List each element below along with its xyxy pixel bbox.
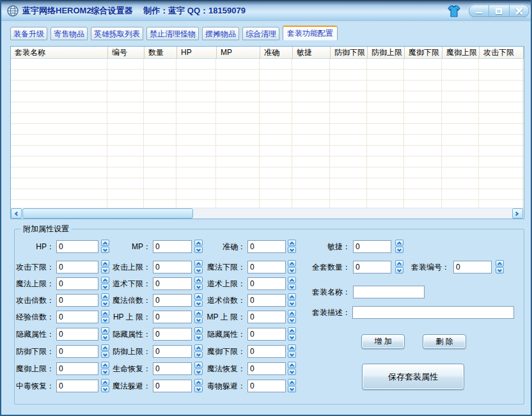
spin-down-button[interactable]: [288, 284, 296, 290]
column-header[interactable]: 防御上限: [368, 47, 405, 59]
save-set-attributes-button[interactable]: 保存套装属性: [362, 364, 464, 390]
spin-down-button[interactable]: [194, 317, 203, 323]
titlebar[interactable]: 蓝宇网络HEROM2综合设置器 制作：蓝宇 QQ：18159079: [1, 0, 531, 21]
attr-field-20-input[interactable]: [247, 345, 286, 358]
spin-down-button[interactable]: [101, 386, 109, 392]
column-header[interactable]: 准确: [260, 47, 293, 59]
spin-up-button[interactable]: [288, 240, 296, 246]
spin-down-button[interactable]: [288, 386, 296, 392]
spin-down-button[interactable]: [101, 334, 109, 341]
set-quantity-field-input[interactable]: [353, 261, 391, 273]
spin-up-button[interactable]: [101, 379, 109, 385]
spin-down-button[interactable]: [194, 267, 203, 273]
spin-down-button[interactable]: [101, 369, 109, 375]
spin-down-button[interactable]: [101, 300, 109, 307]
tab-general-cleanup[interactable]: 综合清理: [242, 27, 279, 40]
spin-down-button[interactable]: [194, 369, 203, 375]
spin-up-button[interactable]: [194, 379, 203, 385]
spin-down-button[interactable]: [288, 351, 296, 358]
column-header[interactable]: 编号: [108, 47, 145, 59]
column-header[interactable]: 防御下限: [331, 47, 368, 59]
scroll-right-button[interactable]: [512, 208, 523, 219]
spin-up-button[interactable]: [288, 362, 296, 368]
spin-down-button[interactable]: [101, 351, 109, 358]
spin-up-button[interactable]: [194, 344, 203, 351]
spin-down-button[interactable]: [288, 247, 296, 253]
attr-field-15-input[interactable]: [56, 328, 98, 341]
spin-up-button[interactable]: [101, 310, 109, 316]
spin-down-button[interactable]: [194, 300, 203, 307]
attr-field-22-input[interactable]: [153, 362, 192, 375]
spin-down-button[interactable]: [395, 247, 403, 253]
shirt-icon[interactable]: [446, 4, 462, 18]
spin-down-button[interactable]: [288, 300, 296, 307]
maximize-button[interactable]: [489, 5, 508, 17]
spin-up-button[interactable]: [288, 379, 296, 385]
spin-up-button[interactable]: [101, 277, 109, 283]
attr-field-9-input[interactable]: [56, 294, 98, 307]
attr-field-25-input[interactable]: [153, 380, 192, 392]
column-header[interactable]: 攻击下限: [480, 47, 524, 59]
attr-field-13-input[interactable]: [153, 311, 192, 323]
attr-field-2-input[interactable]: [247, 240, 286, 253]
attr-field-5-input[interactable]: [247, 261, 286, 273]
set-desc-input[interactable]: [352, 306, 514, 319]
agility-field-input[interactable]: [353, 240, 391, 253]
spin-down-button[interactable]: [288, 267, 296, 273]
spin-up-button[interactable]: [194, 293, 203, 300]
add-button[interactable]: 增 加: [361, 334, 405, 349]
column-header[interactable]: HP: [177, 47, 217, 59]
scroll-left-button[interactable]: [11, 208, 22, 219]
spin-down-button[interactable]: [101, 247, 109, 253]
attr-field-10-input[interactable]: [153, 294, 192, 307]
column-header[interactable]: 数量: [145, 47, 177, 59]
spin-down-button[interactable]: [288, 369, 296, 375]
spin-up-button[interactable]: [395, 240, 403, 246]
spin-up-button[interactable]: [194, 277, 203, 283]
attr-field-17-input[interactable]: [247, 328, 286, 341]
tab-stall-items[interactable]: 摆摊物品: [202, 27, 239, 40]
set-name-input[interactable]: [353, 286, 425, 298]
spin-up-button[interactable]: [194, 260, 203, 266]
spin-up-button[interactable]: [101, 293, 109, 300]
tab-equipment-upgrade[interactable]: 装备升级: [10, 27, 47, 40]
attr-field-21-input[interactable]: [56, 362, 98, 375]
spin-up-button[interactable]: [496, 260, 504, 266]
delete-button[interactable]: 删 除: [423, 334, 466, 349]
spin-down-button[interactable]: [101, 317, 109, 323]
attr-field-3-input[interactable]: [56, 261, 98, 273]
spin-down-button[interactable]: [101, 267, 109, 273]
attr-field-24-input[interactable]: [56, 380, 98, 392]
spin-up-button[interactable]: [288, 293, 296, 300]
spin-down-button[interactable]: [395, 267, 403, 273]
spin-down-button[interactable]: [194, 334, 203, 341]
spin-down-button[interactable]: [496, 267, 504, 273]
attr-field-7-input[interactable]: [153, 277, 192, 290]
attr-field-18-input[interactable]: [56, 345, 98, 358]
spin-down-button[interactable]: [194, 386, 203, 392]
attr-field-23-input[interactable]: [247, 362, 286, 375]
scrollbar-thumb[interactable]: [22, 208, 193, 219]
spin-down-button[interactable]: [101, 284, 109, 290]
spin-up-button[interactable]: [288, 260, 296, 266]
attr-field-8-input[interactable]: [247, 277, 286, 290]
spin-down-button[interactable]: [194, 247, 203, 253]
spin-down-button[interactable]: [194, 284, 203, 290]
spin-up-button[interactable]: [101, 327, 109, 334]
spin-down-button[interactable]: [194, 351, 203, 358]
spin-up-button[interactable]: [395, 260, 403, 266]
spin-up-button[interactable]: [194, 310, 203, 316]
spin-up-button[interactable]: [101, 344, 109, 351]
set-number-field-input[interactable]: [453, 261, 492, 273]
tab-forbid-clear-monster[interactable]: 禁止清理怪物: [146, 27, 199, 40]
tab-consignment-items[interactable]: 寄售物品: [51, 27, 88, 40]
spin-up-button[interactable]: [288, 277, 296, 283]
spin-up-button[interactable]: [194, 240, 203, 246]
column-header[interactable]: 敏捷: [293, 47, 331, 59]
tab-set-function-config[interactable]: 套装功能配置: [283, 26, 338, 40]
spin-up-button[interactable]: [101, 240, 109, 246]
close-button[interactable]: [509, 5, 529, 17]
column-header[interactable]: 套装名称: [11, 47, 108, 59]
spin-up-button[interactable]: [288, 344, 296, 351]
spin-up-button[interactable]: [288, 327, 296, 334]
